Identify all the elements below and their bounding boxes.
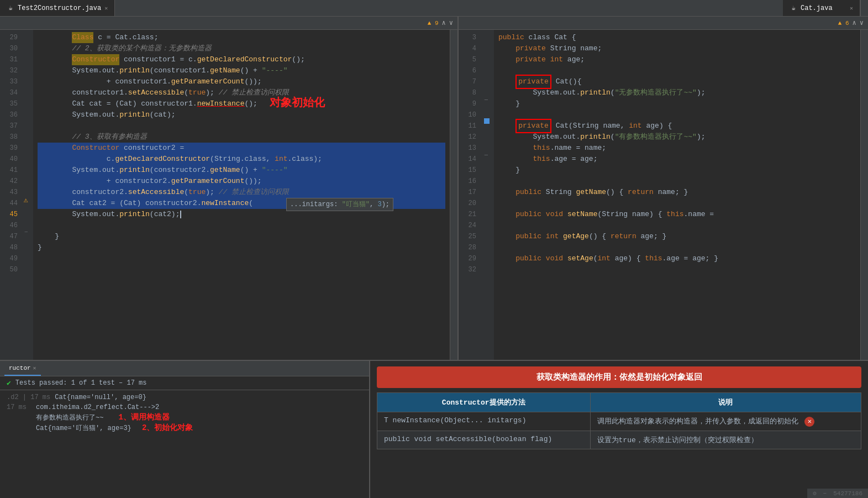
java-icon-left: ☕: [7, 4, 14, 12]
left-code-area[interactable]: Class c = Cat.class; // 2、获取类的某个构造器：无参数构…: [33, 30, 450, 360]
right-toolbar: ▲ 6 ∧ ∨: [459, 17, 868, 30]
left-line-numbers: 2930313233 3435363738 3940414243 444546 …: [0, 30, 22, 360]
gutter-collapse-7[interactable]: −: [484, 96, 488, 104]
bottom-right: 获取类构造器的作用：依然是初始化对象返回 Constructor提供的方法 说明…: [370, 361, 868, 498]
run-status-text: Tests passed: 1 of 1 test – 17 ms: [15, 379, 147, 387]
tab-right-label: Cat.java: [801, 4, 833, 12]
rcode-line-11: private Cat(String name, int age) {: [498, 120, 856, 132]
run-status-bar: ✔ Tests passed: 1 of 1 test – 17 ms: [0, 376, 369, 390]
rcode-line-15: }: [498, 165, 856, 176]
console-time-2: [7, 412, 31, 423]
table-header-desc: 说明: [590, 393, 861, 412]
code-line-42: + constructor2.getParameterCount());: [38, 176, 445, 187]
console-line-1: 17 ms com.itheima.d2_reflect.Cat--->2: [7, 402, 362, 412]
bottom-tab-bar: ructor ✕: [0, 361, 369, 376]
rcode-line-6: [498, 65, 856, 76]
left-editor-scrollbar[interactable]: [450, 30, 457, 360]
info-header: 获取类构造器的作用：依然是初始化对象返回: [377, 366, 861, 388]
close-left-tab[interactable]: ✕: [104, 5, 108, 12]
rcode-line-10: [498, 109, 856, 120]
right-code-area[interactable]: public class Cat { private String name; …: [494, 30, 860, 360]
close-bottom-tab[interactable]: ✕: [33, 365, 36, 371]
code-line-29: Class c = Cat.class;: [38, 32, 445, 43]
info-table: Constructor提供的方法 说明 T newInstance(Object…: [377, 392, 861, 449]
code-line-49: [38, 253, 445, 264]
rcode-line-24: [498, 220, 856, 231]
collapse-47[interactable]: −: [24, 229, 28, 235]
console-text-2: 有参数构造器执行了~~ 1、调用构造器: [36, 412, 170, 423]
table-row-0: T newInstance(Object... initargs) 调用此构造器…: [377, 412, 861, 431]
file-size: 54277186: [833, 490, 862, 497]
rcode-line-14: this.age = age;: [498, 154, 856, 165]
right-nav-up[interactable]: ∧: [853, 19, 856, 27]
left-editor-content: 2930313233 3435363738 3940414243 444546 …: [0, 30, 457, 360]
right-line-numbers: 34567 89101112 1314151617 2021242528 293…: [459, 30, 481, 360]
status-bar-right: ⚙ − 54277186: [807, 489, 868, 498]
rcode-line-17: public String getName() { return name; }: [498, 187, 856, 198]
run-check-icon: ✔: [7, 379, 11, 387]
rcode-line-4: private String name;: [498, 43, 856, 54]
rcode-line-3: public class Cat {: [498, 32, 856, 43]
table-cell-method-0: T newInstance(Object... initargs): [377, 412, 591, 431]
code-line-33: + constructor1.getParameterCount());: [38, 76, 445, 87]
left-toolbar: ▲ 9 ∧ ∨: [0, 17, 457, 30]
left-nav-up[interactable]: ∧: [442, 19, 446, 27]
annotation-step1: 1、调用构造器: [119, 413, 170, 422]
rcode-line-16: [498, 176, 856, 187]
console-line-3: Cat{name='叮当猫', age=3} 2、初始化对象: [7, 423, 362, 433]
console-line-2: 有参数构造器执行了~~ 1、调用构造器: [7, 412, 362, 423]
code-line-46: [38, 220, 445, 231]
rcode-line-13: this.name = name;: [498, 143, 856, 154]
code-line-40: c.getDeclaredConstructor(String.class, i…: [38, 154, 445, 165]
right-editor-content: 34567 89101112 1314151617 2021242528 293…: [459, 30, 868, 360]
code-line-30: // 2、获取类的某个构造器：无参数构造器: [38, 43, 445, 54]
code-line-44: Cat cat2 = (Cat) constructor2.newInstanc…: [38, 198, 445, 209]
code-line-47: }: [38, 231, 445, 242]
tab-right[interactable]: ☕ Cat.java ✕: [783, 0, 860, 16]
tab-left-label: Test2Constructor.java: [18, 4, 101, 12]
annotation-object-init: 对象初始化: [270, 97, 325, 108]
table-row-1: public void setAccessible(boolean flag) …: [377, 431, 861, 449]
rcode-line-20: [498, 198, 856, 209]
left-nav-down[interactable]: ∨: [449, 19, 453, 27]
editor-left: ▲ 9 ∧ ∨ 2930313233 3435363738 3940414243…: [0, 17, 459, 360]
rcode-line-21: public void setName(String name) { this.…: [498, 209, 856, 220]
table-header-method: Constructor提供的方法: [377, 393, 591, 412]
gutter-collapse-11[interactable]: −: [484, 151, 488, 160]
gutter-dot-7: [484, 118, 490, 124]
console-line-0: .d2 | 17 ms Cat{name='null', age=0}: [7, 392, 362, 402]
code-line-39: Constructor constructor2 =: [38, 143, 445, 154]
close-right-tab[interactable]: ✕: [850, 5, 853, 12]
rcode-line-7: private Cat(){: [498, 76, 856, 87]
code-line-37: [38, 120, 445, 132]
bottom-tab-run[interactable]: ructor ✕: [4, 361, 41, 376]
tab-spacer: [115, 0, 783, 16]
rcode-line-9: }: [498, 98, 856, 109]
right-gutter: − −: [481, 30, 494, 360]
console-text-0: Cat{name='null', age=0}: [55, 392, 146, 402]
table-cell-method-1: public void setAccessible(boolean flag): [377, 431, 591, 449]
rcode-line-25: public int getAge() { return age; }: [498, 231, 856, 242]
rcode-line-8: System.out.println("无参数构造器执行了~~");: [498, 87, 856, 98]
left-warning-count: ▲ 9: [428, 20, 439, 27]
console-time-0: .d2 | 17 ms: [7, 392, 50, 402]
bottom-left: ructor ✕ ✔ Tests passed: 1 of 1 test – 1…: [0, 361, 370, 498]
editors-row: ▲ 9 ∧ ∨ 2930313233 3435363738 3940414243…: [0, 17, 868, 360]
console-time-3: [7, 423, 31, 433]
rcode-line-28: [498, 242, 856, 253]
gear-icon[interactable]: ⚙: [813, 490, 817, 497]
code-line-31: Constructor constructor1 = c.getDeclared…: [38, 54, 445, 65]
code-line-38: // 3、获取有参构造器: [38, 132, 445, 143]
warning-icon-45: ⚠: [24, 196, 28, 205]
right-editor-scrollbar[interactable]: [860, 30, 868, 360]
console-time-1: 17 ms: [7, 402, 31, 412]
tab-left[interactable]: ☕ Test2Constructor.java ✕: [0, 0, 115, 16]
tooltip-initargs: ...initargs: "叮当猫", 3);: [286, 198, 393, 211]
rcode-line-12: System.out.println("有参数构造器执行了~~");: [498, 132, 856, 143]
table-cell-desc-1: 设置为true，表示禁止访问控制（突过权限检查）: [590, 431, 861, 449]
close-overlay-icon[interactable]: ✕: [804, 417, 814, 427]
minus-icon[interactable]: −: [823, 490, 827, 497]
right-nav-down[interactable]: ∨: [860, 19, 864, 27]
table-cell-desc-0: 调用此构造器对象表示的构造器，并传入参数，成返回的初始化 ✕: [590, 412, 861, 431]
bottom-right-inner: 获取类构造器的作用：依然是初始化对象返回 Constructor提供的方法 说明…: [370, 361, 868, 449]
